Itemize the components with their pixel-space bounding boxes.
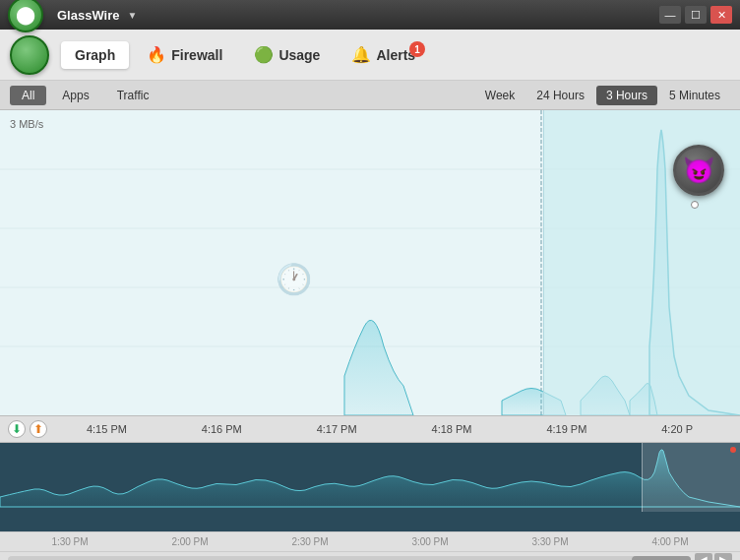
time-axis: ⬇ ⬆ 4:15 PM 4:16 PM 4:17 PM 4:18 PM 4:19… [0, 415, 740, 443]
alerts-icon: 🔔 [351, 45, 371, 64]
firewall-tab-label: Firewall [171, 47, 222, 63]
time-24hours[interactable]: 24 Hours [526, 86, 594, 105]
nav-logo [10, 35, 49, 75]
dropdown-arrow[interactable]: ▼ [127, 10, 137, 21]
mini-chart-svg [0, 443, 740, 512]
usage-tab-label: Usage [278, 47, 320, 63]
maximize-button[interactable]: ☐ [685, 6, 707, 24]
filter-apps[interactable]: Apps [50, 86, 100, 105]
mini-time-3: 2:30 PM [291, 536, 328, 547]
mini-time-axis: 1:30 PM 2:00 PM 2:30 PM 3:00 PM 3:30 PM … [0, 531, 740, 551]
time-3hours[interactable]: 3 Hours [596, 86, 657, 105]
scroll-down-arrow[interactable]: ⬇ [8, 420, 26, 438]
app-title: GlassWire [57, 8, 119, 23]
villain-dot [691, 201, 699, 209]
time-label-6: 4:20 P [661, 423, 693, 435]
app-logo: ⬤ [8, 0, 43, 32]
window-controls: — ☐ ✕ [659, 6, 732, 24]
filter-traffic[interactable]: Traffic [105, 86, 161, 105]
scroll-buttons: ◀ ▶ [695, 553, 732, 561]
mini-time-2: 2:00 PM [171, 536, 208, 547]
tab-alerts[interactable]: 🔔 Alerts 1 [338, 39, 429, 70]
scrollbar-thumb[interactable] [632, 556, 691, 561]
time-week[interactable]: Week [475, 86, 524, 105]
filter-all[interactable]: All [10, 86, 46, 105]
firewall-icon: 🔥 [147, 45, 166, 64]
title-bar: ⬤ GlassWire ▼ — ☐ ✕ [0, 0, 740, 30]
time-label-4: 4:18 PM [432, 423, 472, 435]
time-filter-buttons: Week 24 Hours 3 Hours 5 Minutes [475, 86, 730, 105]
time-axis-labels: 4:15 PM 4:16 PM 4:17 PM 4:18 PM 4:19 PM … [10, 423, 730, 435]
mini-chart-selection [642, 443, 740, 512]
usage-icon: 🟢 [254, 45, 274, 64]
scrollbar-area: ◀ ▶ [0, 551, 740, 560]
nav-bar: Graph 🔥 Firewall 🟢 Usage 🔔 Alerts 1 [0, 30, 740, 81]
scroll-left-btn[interactable]: ◀ [695, 553, 712, 561]
time-label-3: 4:17 PM [317, 423, 357, 435]
graph-tab-label: Graph [75, 47, 115, 63]
scrollbar-track[interactable] [8, 556, 691, 561]
title-bar-left: ⬤ GlassWire ▼ [8, 0, 137, 32]
time-5minutes[interactable]: 5 Minutes [659, 86, 730, 105]
villain-icon: 😈 [673, 145, 724, 196]
time-label-5: 4:19 PM [546, 423, 586, 435]
alerts-badge: 1 [409, 41, 425, 57]
scroll-right-btn[interactable]: ▶ [714, 553, 732, 561]
axis-controls: ⬇ ⬆ [8, 420, 47, 438]
minimize-button[interactable]: — [659, 6, 681, 24]
mini-chart-alert-dot [730, 447, 736, 453]
sub-toolbar: All Apps Traffic Week 24 Hours 3 Hours 5… [0, 81, 740, 110]
mini-time-4: 3:00 PM [411, 536, 448, 547]
mini-chart [0, 443, 740, 531]
mini-time-5: 3:30 PM [531, 536, 568, 547]
tab-graph[interactable]: Graph [61, 41, 129, 69]
tab-firewall[interactable]: 🔥 Firewall [133, 39, 236, 70]
mini-time-6: 4:00 PM [651, 536, 688, 547]
time-label-1: 4:15 PM [87, 423, 127, 435]
time-label-2: 4:16 PM [202, 423, 242, 435]
filter-buttons: All Apps Traffic [10, 86, 160, 105]
tab-usage[interactable]: 🟢 Usage [240, 39, 334, 70]
scroll-up-arrow[interactable]: ⬆ [30, 420, 47, 438]
y-axis-label: 3 MB/s [10, 118, 43, 130]
clock-icon: 🕐 [276, 261, 312, 295]
close-button[interactable]: ✕ [710, 6, 732, 24]
mini-time-1: 1:30 PM [51, 536, 88, 547]
main-chart: 3 MB/s 🕐 😈 [0, 110, 740, 415]
